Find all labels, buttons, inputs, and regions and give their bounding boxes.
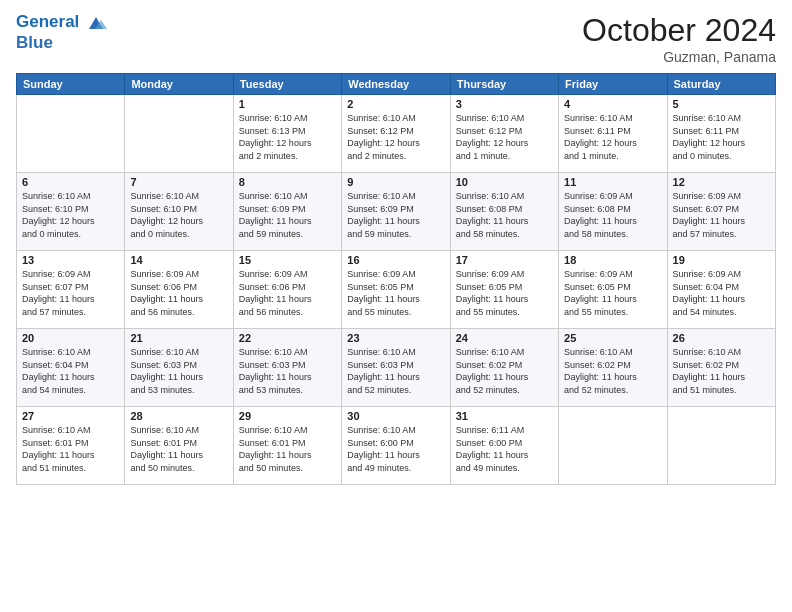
calendar-cell: 19Sunrise: 6:09 AMSunset: 6:04 PMDayligh… xyxy=(667,251,775,329)
calendar-cell: 27Sunrise: 6:10 AMSunset: 6:01 PMDayligh… xyxy=(17,407,125,485)
day-info: Sunrise: 6:09 AMSunset: 6:08 PMDaylight:… xyxy=(564,190,661,240)
day-number: 20 xyxy=(22,332,119,344)
day-number: 15 xyxy=(239,254,336,266)
day-number: 17 xyxy=(456,254,553,266)
day-number: 21 xyxy=(130,332,227,344)
calendar-cell: 1Sunrise: 6:10 AMSunset: 6:13 PMDaylight… xyxy=(233,95,341,173)
location: Guzman, Panama xyxy=(582,49,776,65)
logo: General Blue xyxy=(16,12,107,52)
day-number: 10 xyxy=(456,176,553,188)
calendar-cell: 24Sunrise: 6:10 AMSunset: 6:02 PMDayligh… xyxy=(450,329,558,407)
day-number: 18 xyxy=(564,254,661,266)
calendar-cell: 29Sunrise: 6:10 AMSunset: 6:01 PMDayligh… xyxy=(233,407,341,485)
day-info: Sunrise: 6:09 AMSunset: 6:07 PMDaylight:… xyxy=(22,268,119,318)
calendar-cell: 31Sunrise: 6:11 AMSunset: 6:00 PMDayligh… xyxy=(450,407,558,485)
calendar-cell: 11Sunrise: 6:09 AMSunset: 6:08 PMDayligh… xyxy=(559,173,667,251)
calendar-week-1: 1Sunrise: 6:10 AMSunset: 6:13 PMDaylight… xyxy=(17,95,776,173)
day-info: Sunrise: 6:10 AMSunset: 6:11 PMDaylight:… xyxy=(564,112,661,162)
calendar-cell: 2Sunrise: 6:10 AMSunset: 6:12 PMDaylight… xyxy=(342,95,450,173)
calendar-cell: 26Sunrise: 6:10 AMSunset: 6:02 PMDayligh… xyxy=(667,329,775,407)
calendar-header-saturday: Saturday xyxy=(667,74,775,95)
day-info: Sunrise: 6:09 AMSunset: 6:05 PMDaylight:… xyxy=(564,268,661,318)
day-number: 13 xyxy=(22,254,119,266)
calendar-cell: 9Sunrise: 6:10 AMSunset: 6:09 PMDaylight… xyxy=(342,173,450,251)
day-info: Sunrise: 6:09 AMSunset: 6:05 PMDaylight:… xyxy=(347,268,444,318)
day-number: 12 xyxy=(673,176,770,188)
day-info: Sunrise: 6:10 AMSunset: 6:02 PMDaylight:… xyxy=(564,346,661,396)
calendar-cell: 22Sunrise: 6:10 AMSunset: 6:03 PMDayligh… xyxy=(233,329,341,407)
day-info: Sunrise: 6:10 AMSunset: 6:09 PMDaylight:… xyxy=(347,190,444,240)
day-info: Sunrise: 6:10 AMSunset: 6:02 PMDaylight:… xyxy=(673,346,770,396)
calendar-cell: 17Sunrise: 6:09 AMSunset: 6:05 PMDayligh… xyxy=(450,251,558,329)
day-info: Sunrise: 6:09 AMSunset: 6:06 PMDaylight:… xyxy=(130,268,227,318)
day-info: Sunrise: 6:10 AMSunset: 6:12 PMDaylight:… xyxy=(347,112,444,162)
calendar-cell: 16Sunrise: 6:09 AMSunset: 6:05 PMDayligh… xyxy=(342,251,450,329)
day-number: 25 xyxy=(564,332,661,344)
day-info: Sunrise: 6:10 AMSunset: 6:13 PMDaylight:… xyxy=(239,112,336,162)
day-number: 19 xyxy=(673,254,770,266)
calendar-week-2: 6Sunrise: 6:10 AMSunset: 6:10 PMDaylight… xyxy=(17,173,776,251)
day-number: 30 xyxy=(347,410,444,422)
day-number: 11 xyxy=(564,176,661,188)
day-info: Sunrise: 6:10 AMSunset: 6:09 PMDaylight:… xyxy=(239,190,336,240)
day-info: Sunrise: 6:09 AMSunset: 6:07 PMDaylight:… xyxy=(673,190,770,240)
calendar-cell: 20Sunrise: 6:10 AMSunset: 6:04 PMDayligh… xyxy=(17,329,125,407)
calendar-table: SundayMondayTuesdayWednesdayThursdayFrid… xyxy=(16,73,776,485)
calendar-header-wednesday: Wednesday xyxy=(342,74,450,95)
day-info: Sunrise: 6:10 AMSunset: 6:01 PMDaylight:… xyxy=(239,424,336,474)
day-number: 5 xyxy=(673,98,770,110)
calendar-cell: 13Sunrise: 6:09 AMSunset: 6:07 PMDayligh… xyxy=(17,251,125,329)
calendar-cell: 28Sunrise: 6:10 AMSunset: 6:01 PMDayligh… xyxy=(125,407,233,485)
calendar-cell: 10Sunrise: 6:10 AMSunset: 6:08 PMDayligh… xyxy=(450,173,558,251)
header: General Blue October 2024 Guzman, Panama xyxy=(16,12,776,65)
logo-blue: Blue xyxy=(16,33,107,53)
day-info: Sunrise: 6:09 AMSunset: 6:05 PMDaylight:… xyxy=(456,268,553,318)
day-number: 31 xyxy=(456,410,553,422)
calendar-cell: 23Sunrise: 6:10 AMSunset: 6:03 PMDayligh… xyxy=(342,329,450,407)
calendar-cell: 12Sunrise: 6:09 AMSunset: 6:07 PMDayligh… xyxy=(667,173,775,251)
calendar-header-friday: Friday xyxy=(559,74,667,95)
calendar-cell: 25Sunrise: 6:10 AMSunset: 6:02 PMDayligh… xyxy=(559,329,667,407)
calendar-cell: 18Sunrise: 6:09 AMSunset: 6:05 PMDayligh… xyxy=(559,251,667,329)
day-number: 8 xyxy=(239,176,336,188)
day-info: Sunrise: 6:10 AMSunset: 6:03 PMDaylight:… xyxy=(239,346,336,396)
day-info: Sunrise: 6:10 AMSunset: 6:02 PMDaylight:… xyxy=(456,346,553,396)
calendar-cell xyxy=(125,95,233,173)
day-info: Sunrise: 6:10 AMSunset: 6:01 PMDaylight:… xyxy=(22,424,119,474)
calendar-header-tuesday: Tuesday xyxy=(233,74,341,95)
day-number: 16 xyxy=(347,254,444,266)
day-info: Sunrise: 6:10 AMSunset: 6:12 PMDaylight:… xyxy=(456,112,553,162)
calendar-week-4: 20Sunrise: 6:10 AMSunset: 6:04 PMDayligh… xyxy=(17,329,776,407)
day-number: 26 xyxy=(673,332,770,344)
page: General Blue October 2024 Guzman, Panama… xyxy=(0,0,792,612)
day-info: Sunrise: 6:10 AMSunset: 6:10 PMDaylight:… xyxy=(22,190,119,240)
day-info: Sunrise: 6:10 AMSunset: 6:10 PMDaylight:… xyxy=(130,190,227,240)
calendar-header-monday: Monday xyxy=(125,74,233,95)
day-info: Sunrise: 6:09 AMSunset: 6:06 PMDaylight:… xyxy=(239,268,336,318)
calendar-cell: 21Sunrise: 6:10 AMSunset: 6:03 PMDayligh… xyxy=(125,329,233,407)
logo-general: General xyxy=(16,12,79,31)
day-number: 28 xyxy=(130,410,227,422)
calendar-header-row: SundayMondayTuesdayWednesdayThursdayFrid… xyxy=(17,74,776,95)
calendar-cell: 8Sunrise: 6:10 AMSunset: 6:09 PMDaylight… xyxy=(233,173,341,251)
day-info: Sunrise: 6:10 AMSunset: 6:03 PMDaylight:… xyxy=(347,346,444,396)
calendar-header-thursday: Thursday xyxy=(450,74,558,95)
day-number: 2 xyxy=(347,98,444,110)
title-area: October 2024 Guzman, Panama xyxy=(582,12,776,65)
day-number: 3 xyxy=(456,98,553,110)
day-info: Sunrise: 6:09 AMSunset: 6:04 PMDaylight:… xyxy=(673,268,770,318)
day-info: Sunrise: 6:10 AMSunset: 6:04 PMDaylight:… xyxy=(22,346,119,396)
day-number: 14 xyxy=(130,254,227,266)
day-number: 29 xyxy=(239,410,336,422)
calendar-cell: 5Sunrise: 6:10 AMSunset: 6:11 PMDaylight… xyxy=(667,95,775,173)
day-number: 1 xyxy=(239,98,336,110)
day-number: 22 xyxy=(239,332,336,344)
day-number: 4 xyxy=(564,98,661,110)
day-number: 24 xyxy=(456,332,553,344)
month-title: October 2024 xyxy=(582,12,776,49)
calendar-cell xyxy=(17,95,125,173)
calendar-cell: 4Sunrise: 6:10 AMSunset: 6:11 PMDaylight… xyxy=(559,95,667,173)
calendar-cell: 30Sunrise: 6:10 AMSunset: 6:00 PMDayligh… xyxy=(342,407,450,485)
calendar-header-sunday: Sunday xyxy=(17,74,125,95)
day-info: Sunrise: 6:10 AMSunset: 6:00 PMDaylight:… xyxy=(347,424,444,474)
